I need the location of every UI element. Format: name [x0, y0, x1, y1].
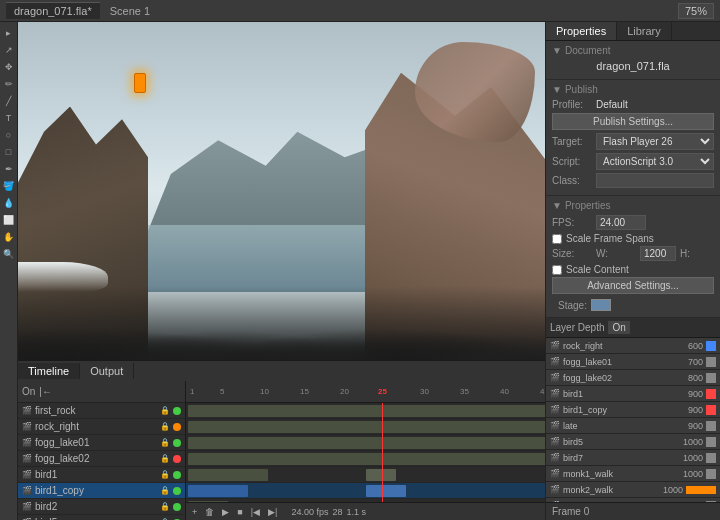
center-area: Timeline Output On |← 🎬 first_rock 🔒	[18, 22, 545, 520]
text-tool[interactable]: T	[2, 111, 16, 125]
ld-row[interactable]: 🎬 monk1_walk 1000	[546, 466, 720, 482]
main-layout: ▸ ↗ ✥ ✏ ╱ T ○ □ ✒ 🪣 💧 ⬜ ✋ 🔍 Ti	[0, 22, 720, 520]
ld-row[interactable]: 🎬 rock_right 600	[546, 338, 720, 354]
ld-name: fogg_lake02	[563, 373, 670, 383]
class-row: Class:	[552, 173, 714, 188]
layer-color	[173, 439, 181, 447]
layer-list: 🎬 first_rock 🔒 🎬 rock_right 🔒	[18, 403, 185, 520]
ld-name: bird1_copy	[563, 405, 670, 415]
lock-icon: 🔒	[160, 422, 170, 431]
layer-icon: 🎬	[22, 470, 32, 479]
freehand-tool[interactable]: ✏	[2, 77, 16, 91]
ld-color	[706, 389, 716, 399]
ld-row[interactable]: 🎬 bird7 1000	[546, 450, 720, 466]
frame-block	[188, 501, 228, 502]
scale-content-check[interactable]	[552, 265, 562, 275]
frame-row	[186, 403, 545, 419]
add-layer-btn[interactable]: +	[190, 507, 199, 517]
frame-row	[186, 451, 545, 467]
layer-row[interactable]: 🎬 bird1 🔒	[18, 467, 185, 483]
ld-name: bird7	[563, 453, 670, 463]
layer-row[interactable]: 🎬 bird5 🔒	[18, 515, 185, 520]
scale-content-label: Scale Content	[566, 264, 629, 275]
prev-frame-btn[interactable]: |◀	[249, 507, 262, 517]
layer-color	[173, 471, 181, 479]
ld-row[interactable]: 🎬 monk2_walk 1000	[546, 482, 720, 498]
ruler-mark-35: 35	[460, 387, 469, 396]
oval-tool[interactable]: ○	[2, 128, 16, 142]
tab-library[interactable]: Library	[617, 22, 672, 40]
tab-properties[interactable]: Properties	[546, 22, 617, 40]
playhead[interactable]	[382, 403, 383, 502]
script-dropdown[interactable]: ActionScript 3.0	[596, 153, 714, 170]
layer-row[interactable]: 🎬 fogg_lake02 🔒	[18, 451, 185, 467]
ruler[interactable]: 1 5 10 15 20 25 30 35 40 45 50 55	[186, 381, 545, 403]
play-btn[interactable]: ▶	[220, 507, 231, 517]
layer-header: On |←	[18, 381, 185, 403]
stage-label: Stage:	[558, 300, 587, 311]
eraser-tool[interactable]: ⬜	[2, 213, 16, 227]
file-tab[interactable]: dragon_071.fla*	[6, 2, 100, 19]
layer-row[interactable]: 🎬 rock_right 🔒	[18, 419, 185, 435]
next-frame-btn[interactable]: ▶|	[266, 507, 279, 517]
ld-row[interactable]: 🎬 late 900	[546, 418, 720, 434]
fps-input[interactable]	[596, 215, 646, 230]
hand-tool[interactable]: ✋	[2, 230, 16, 244]
stage-color-swatch[interactable]	[591, 299, 611, 311]
bottom-status: Frame 0	[546, 502, 720, 520]
rect-tool[interactable]: □	[2, 145, 16, 159]
ruler-mark-25: 25	[378, 387, 387, 396]
stop-btn[interactable]: ■	[235, 507, 244, 517]
layer-row[interactable]: 🎬 first_rock 🔒	[18, 403, 185, 419]
layer-name: bird1	[35, 469, 157, 480]
pencil-tool[interactable]: ✒	[2, 162, 16, 176]
ld-name: rock_right	[563, 341, 670, 351]
width-input[interactable]	[640, 246, 676, 261]
ld-color	[706, 357, 716, 367]
ld-title: Layer Depth	[550, 322, 604, 333]
lantern	[134, 73, 146, 93]
frame-bottom-label: Frame 0	[552, 506, 589, 517]
target-dropdown[interactable]: Flash Player 26	[596, 133, 714, 150]
tab-output[interactable]: Output	[80, 363, 134, 379]
ld-row[interactable]: 🎬 fogg_lake02 800	[546, 370, 720, 386]
bucket-tool[interactable]: 🪣	[2, 179, 16, 193]
ld-row[interactable]: 🎬 bird1_copy 900	[546, 402, 720, 418]
ld-name: fogg_lake01	[563, 357, 670, 367]
section-label: Document	[565, 45, 611, 56]
tab-timeline[interactable]: Timeline	[18, 363, 80, 379]
fps-display: 24.00 fps	[291, 507, 328, 517]
arrow-tool[interactable]: ▸	[2, 26, 16, 40]
props-section: ▼ Properties FPS: Scale Frame Spans Size…	[546, 196, 720, 318]
delete-layer-btn[interactable]: 🗑	[203, 507, 216, 517]
layer-header-sep: |←	[39, 386, 52, 397]
stage[interactable]	[18, 22, 545, 360]
line-tool[interactable]: ╱	[2, 94, 16, 108]
subselect-tool[interactable]: ↗	[2, 43, 16, 57]
ld-row[interactable]: 🎬 bird5 1000	[546, 434, 720, 450]
layer-row-selected[interactable]: 🎬 bird1_copy 🔒	[18, 483, 185, 499]
zoom-control[interactable]: 75%	[678, 3, 714, 19]
eyedrop-tool[interactable]: 💧	[2, 196, 16, 210]
section-arrow: ▼	[552, 45, 562, 56]
ruler-marks: 1 5 10 15 20 25 30 35 40 45 50 55	[188, 381, 543, 402]
ld-icon: 🎬	[550, 389, 560, 398]
publish-settings-btn[interactable]: Publish Settings...	[552, 113, 714, 130]
scale-frame-check[interactable]	[552, 234, 562, 244]
zoom-tool[interactable]: 🔍	[2, 247, 16, 261]
timeline-content: On |← 🎬 first_rock 🔒 🎬 rock_right	[18, 381, 545, 520]
layer-row[interactable]: 🎬 fogg_lake01 🔒	[18, 435, 185, 451]
ld-icon: 🎬	[550, 357, 560, 366]
class-input[interactable]	[596, 173, 714, 188]
ld-name: monk2_walk	[563, 485, 650, 495]
ld-row[interactable]: 🎬 bird1 900	[546, 386, 720, 402]
layer-row[interactable]: 🎬 bird2 🔒	[18, 499, 185, 515]
ld-row[interactable]: 🎬 fogg_lake01 700	[546, 354, 720, 370]
layer-name: first_rock	[35, 405, 157, 416]
foreground-trees	[18, 286, 545, 360]
transform-tool[interactable]: ✥	[2, 60, 16, 74]
profile-value: Default	[596, 99, 628, 110]
ruler-mark-30: 30	[420, 387, 429, 396]
ld-depth: 900	[673, 405, 703, 415]
advanced-settings-btn[interactable]: Advanced Settings...	[552, 277, 714, 294]
